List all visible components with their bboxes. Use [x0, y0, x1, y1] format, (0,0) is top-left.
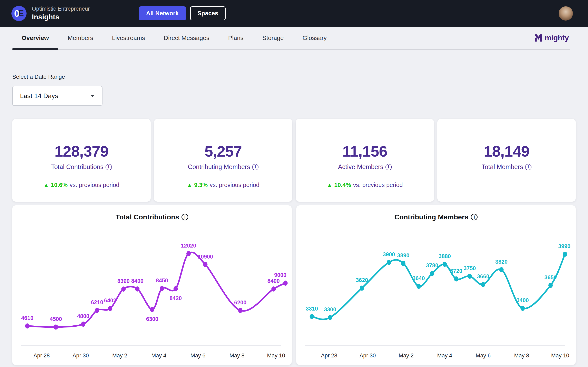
data-point-label: 8450	[156, 277, 168, 284]
data-point-label: 8400	[268, 278, 280, 284]
spaces-button[interactable]: Spaces	[190, 6, 226, 20]
data-point[interactable]	[25, 323, 29, 328]
data-point-label: 8390	[117, 278, 130, 284]
data-point[interactable]	[520, 306, 525, 311]
data-point[interactable]	[442, 262, 447, 267]
line-series	[312, 254, 565, 319]
x-axis-tick: May 8	[229, 352, 245, 359]
chart-card-total-contributions: Total Contributions i Apr 28Apr 30May 2M…	[12, 205, 292, 365]
data-point-label: 3620	[356, 277, 368, 283]
data-point-label: 6200	[234, 300, 246, 306]
info-icon[interactable]: i	[105, 164, 112, 170]
x-axis-tick: May 4	[437, 352, 452, 359]
data-point[interactable]	[81, 322, 85, 327]
data-point-label: 3750	[463, 265, 476, 271]
logo-letter-e: E	[18, 8, 24, 18]
x-axis-tick: Apr 28	[321, 352, 337, 359]
data-point[interactable]	[203, 262, 208, 267]
data-point-label: 3880	[439, 253, 451, 259]
data-point-label: 3660	[477, 273, 489, 280]
all-network-button[interactable]: All Network	[139, 6, 186, 20]
data-point-label: 3890	[397, 252, 409, 259]
stat-delta: ▲ 9.3% vs. previous period	[187, 182, 259, 188]
delta-percent: 10.4%	[334, 182, 351, 188]
mighty-logo-icon	[534, 34, 543, 42]
data-point[interactable]	[283, 281, 288, 286]
stat-card-active-members: 11,156 Active Members i ▲ 10.4% vs. prev…	[296, 119, 434, 202]
data-point-label: 9000	[274, 272, 286, 278]
data-point[interactable]	[454, 276, 458, 282]
data-point[interactable]	[95, 308, 99, 313]
tab-storage[interactable]: Storage	[253, 27, 293, 49]
x-axis-tick: May 6	[190, 352, 206, 359]
stat-label: Total Contributions	[51, 163, 104, 171]
data-point[interactable]	[416, 284, 421, 289]
data-point[interactable]	[108, 306, 112, 311]
info-icon[interactable]: i	[252, 164, 259, 170]
data-point[interactable]	[360, 286, 364, 291]
main-content: Select a Date Range Last 14 Days 128,379…	[0, 74, 588, 365]
data-point-label: 3820	[495, 259, 508, 265]
data-point[interactable]	[121, 286, 126, 292]
app-name: Optimistic Entrepreneur	[32, 6, 90, 12]
mighty-brand-text: mighty	[545, 34, 569, 42]
data-point[interactable]	[160, 286, 164, 291]
data-point-label: 8400	[131, 278, 144, 284]
stat-card-total-contributions: 128,379 Total Contributions i ▲ 10.6% vs…	[12, 119, 151, 202]
data-point-label: 3640	[413, 275, 425, 281]
section-tabbar: Overview Members Livestreams Direct Mess…	[12, 27, 570, 50]
delta-suffix: vs. previous period	[210, 182, 259, 188]
data-point[interactable]	[328, 315, 332, 320]
data-point[interactable]	[238, 308, 242, 313]
x-axis-tick: Apr 30	[72, 352, 89, 359]
mighty-brand-link[interactable]: mighty	[534, 34, 569, 42]
info-icon[interactable]: i	[525, 164, 531, 170]
data-point[interactable]	[430, 271, 434, 276]
x-axis-tick: May 8	[514, 352, 529, 359]
up-triangle-icon: ▲	[43, 182, 49, 188]
data-point-label: 4800	[77, 313, 89, 319]
x-axis-tick: May 10	[551, 352, 569, 359]
data-point-label: 6210	[91, 299, 103, 305]
data-point[interactable]	[499, 267, 504, 272]
data-point[interactable]	[481, 282, 485, 287]
user-avatar[interactable]	[559, 6, 573, 21]
info-icon[interactable]: i	[385, 164, 392, 170]
data-point[interactable]	[271, 286, 276, 292]
data-point[interactable]	[173, 286, 178, 291]
tab-members[interactable]: Members	[58, 27, 103, 49]
data-point-label: 3300	[324, 307, 336, 313]
network-scope-switch: All Network Spaces	[139, 6, 226, 20]
total-contributions-line-chart[interactable]: Apr 28Apr 30May 2May 4May 6May 8May 1046…	[12, 205, 292, 365]
data-point[interactable]	[150, 307, 154, 312]
x-axis-tick: May 10	[267, 352, 285, 359]
data-point[interactable]	[135, 286, 139, 292]
data-point[interactable]	[186, 251, 191, 256]
data-point[interactable]	[387, 260, 391, 265]
data-point[interactable]	[563, 252, 567, 257]
tab-direct-messages[interactable]: Direct Messages	[154, 27, 219, 49]
date-range-select[interactable]: Last 14 Days	[12, 86, 103, 106]
chart-card-contributing-members: Contributing Members i Apr 28Apr 30May 2…	[296, 205, 576, 365]
tab-livestreams[interactable]: Livestreams	[103, 27, 154, 49]
tab-overview[interactable]: Overview	[12, 27, 58, 49]
data-point[interactable]	[401, 261, 406, 266]
x-axis-tick: May 6	[476, 352, 491, 359]
data-point-label: 4610	[21, 315, 34, 321]
stat-card-row: 128,379 Total Contributions i ▲ 10.6% vs…	[12, 119, 576, 202]
data-point[interactable]	[310, 314, 314, 319]
stat-card-contributing-members: 5,257 Contributing Members i ▲ 9.3% vs. …	[154, 119, 292, 202]
delta-percent: 10.6%	[51, 182, 68, 188]
stat-value: 128,379	[54, 142, 108, 160]
chart-card-row: Total Contributions i Apr 28Apr 30May 2M…	[12, 205, 576, 365]
stat-label: Total Members	[482, 163, 523, 171]
tab-glossary[interactable]: Glossary	[293, 27, 336, 49]
data-point[interactable]	[548, 283, 553, 288]
data-point-label: 4500	[50, 316, 62, 322]
data-point[interactable]	[54, 324, 58, 329]
stat-delta: ▲ 10.4% vs. previous period	[327, 182, 403, 188]
tab-plans[interactable]: Plans	[219, 27, 253, 49]
stat-value: 5,257	[205, 142, 242, 160]
data-point[interactable]	[467, 274, 472, 279]
contributing-members-line-chart[interactable]: Apr 28Apr 30May 2May 4May 6May 8May 1033…	[296, 205, 576, 365]
